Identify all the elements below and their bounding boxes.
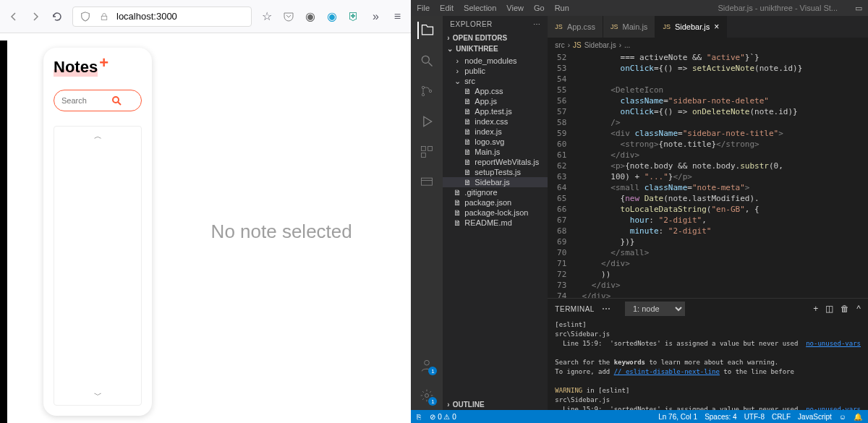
bookmark-icon[interactable]: ☆ xyxy=(260,10,273,23)
tree-item[interactable]: 🗎App.css xyxy=(443,86,548,96)
tree-item[interactable]: 🗎logo.svg xyxy=(443,137,548,147)
reload-button[interactable] xyxy=(51,10,64,23)
code-content[interactable]: === activeNote && "active"}`} onClick={(… xyxy=(572,52,839,298)
terminal-tab[interactable]: TERMINAL xyxy=(555,305,595,313)
svg-point-5 xyxy=(422,86,425,88)
tree-item[interactable]: 🗎.gitignore xyxy=(443,187,548,197)
back-button[interactable] xyxy=(7,10,20,23)
statusbar: ⎘ ⊘ 0 ⚠ 0 Ln 76, Col 1 Spaces: 4 UTF-8 C… xyxy=(411,410,868,423)
menu-selection[interactable]: Selection xyxy=(464,4,496,12)
svg-rect-0 xyxy=(101,16,107,20)
tree-item[interactable]: ⌄src xyxy=(443,76,548,86)
debug-tab-icon[interactable] xyxy=(418,113,435,130)
pocket-icon[interactable] xyxy=(282,10,295,23)
notes-list[interactable]: ︿ ﹀ xyxy=(54,126,142,406)
menubar: File Edit Selection View Go Run Sidebar.… xyxy=(411,0,868,16)
tree-item[interactable]: 🗎package.json xyxy=(443,197,548,208)
terminal-select[interactable]: 1: node xyxy=(625,302,685,316)
activity-bar: 1 1 xyxy=(411,16,443,410)
window-title: Sidebar.js - unikthree - Visual St... xyxy=(718,4,838,12)
layout-icon[interactable]: ▭ xyxy=(855,4,862,13)
sb-ln[interactable]: Ln 76, Col 1 xyxy=(658,413,697,421)
svg-point-3 xyxy=(422,56,430,63)
tree-item[interactable]: 🗎package-lock.json xyxy=(443,208,548,218)
tree-item[interactable]: 🗎App.js xyxy=(443,96,548,106)
menu-view[interactable]: View xyxy=(506,4,524,12)
remote-indicator[interactable]: ⎘ xyxy=(417,413,421,421)
search-box[interactable] xyxy=(54,90,142,111)
sb-enc[interactable]: UTF-8 xyxy=(744,413,765,421)
git-tab-icon[interactable] xyxy=(418,82,435,100)
sb-branch[interactable]: ⊘ 0 ⚠ 0 xyxy=(430,413,456,421)
url-text: localhost:3000 xyxy=(116,11,177,22)
terminal-maximize-icon[interactable]: ^ xyxy=(856,304,861,314)
terminal-kill-icon[interactable]: 🗑 xyxy=(841,304,849,314)
overflow-icon[interactable]: » xyxy=(369,10,382,23)
search-input[interactable] xyxy=(61,96,105,105)
tree-item[interactable]: 🗎Sidebar.js xyxy=(443,177,548,187)
browser-toolbar: localhost:3000 ☆ ◉ ◉ ⛨ » ≡ xyxy=(0,0,411,33)
tree-item[interactable]: 🗎index.js xyxy=(443,127,548,137)
tree-item[interactable]: 🗎App.test.js xyxy=(443,106,548,116)
breadcrumb[interactable]: src› JSSidebar.js› ... xyxy=(548,38,868,52)
settings-icon[interactable]: 1 xyxy=(418,387,435,404)
line-gutter: 52 53 54 55 56 57 58 59 60 61 62 63 64 6… xyxy=(548,52,572,298)
menu-icon[interactable]: ≡ xyxy=(391,10,404,23)
ext1-icon[interactable]: ◉ xyxy=(304,10,317,23)
code-editor[interactable]: 52 53 54 55 56 57 58 59 60 61 62 63 64 6… xyxy=(548,52,868,298)
minimap[interactable] xyxy=(839,52,868,298)
url-bar[interactable]: localhost:3000 xyxy=(72,7,252,27)
terminal-new-icon[interactable]: + xyxy=(813,304,818,314)
ext3-icon[interactable]: ⛨ xyxy=(347,10,360,23)
tree-item[interactable]: 🗎index.css xyxy=(443,116,548,127)
extensions-tab-icon[interactable] xyxy=(418,143,435,161)
sb-eol[interactable]: CRLF xyxy=(772,413,791,421)
editor-tab[interactable]: JSSidebar.js× xyxy=(655,16,727,38)
add-note-button[interactable]: + xyxy=(99,58,109,68)
editor-tab[interactable]: JSMain.js xyxy=(603,16,655,38)
svg-point-13 xyxy=(425,360,430,365)
ext2-icon[interactable]: ◉ xyxy=(326,10,339,23)
close-icon[interactable]: × xyxy=(714,22,719,32)
tree-item[interactable]: 🗎Main.js xyxy=(443,147,548,157)
more-icon[interactable]: ⋯ xyxy=(533,20,541,28)
svg-point-6 xyxy=(422,93,425,95)
tree-item[interactable]: 🗎setupTests.js xyxy=(443,167,548,177)
project-section[interactable]: ⌄UNIKTHREE xyxy=(443,43,548,54)
svg-point-7 xyxy=(430,90,432,92)
scroll-down-icon[interactable]: ﹀ xyxy=(94,390,102,401)
no-note-message: No note selected xyxy=(152,48,411,416)
notes-app: Notes + ︿ ﹀ No note selected xyxy=(7,40,411,423)
scroll-up-icon[interactable]: ︿ xyxy=(94,131,102,142)
account-icon[interactable]: 1 xyxy=(418,356,435,374)
svg-rect-10 xyxy=(422,153,426,158)
svg-point-1 xyxy=(113,97,119,103)
open-editors-section[interactable]: ›OPEN EDITORS xyxy=(443,33,548,43)
editor-tab[interactable]: JSApp.css xyxy=(548,16,603,38)
explorer-panel: EXPLORER ⋯ ›OPEN EDITORS ⌄UNIKTHREE ›nod… xyxy=(443,16,548,410)
terminal-more-icon[interactable]: ⋯ xyxy=(602,304,610,314)
explorer-title: EXPLORER xyxy=(450,20,492,28)
sb-feedback-icon[interactable]: ☺ xyxy=(839,413,846,421)
menu-go[interactable]: Go xyxy=(534,4,545,12)
terminal-output[interactable]: [eslint] src\Sidebar.js Line 15:9: 'sort… xyxy=(548,319,868,410)
tree-item[interactable]: ›node_modules xyxy=(443,56,548,66)
outline-section[interactable]: ›OUTLINE xyxy=(443,399,548,410)
forward-button[interactable] xyxy=(29,10,42,23)
sb-lang[interactable]: JavaScript xyxy=(798,413,832,421)
menu-file[interactable]: File xyxy=(417,4,430,12)
remote-tab-icon[interactable] xyxy=(418,174,435,191)
terminal-panel: TERMINAL ⋯ 1: node + ◫ 🗑 ^ [eslint] src\… xyxy=(548,298,868,410)
explorer-tab-icon[interactable] xyxy=(417,22,435,39)
menu-run[interactable]: Run xyxy=(555,4,569,12)
search-icon xyxy=(111,95,122,106)
notes-title-text: Notes xyxy=(54,58,98,77)
sb-bell-icon[interactable]: 🔔 xyxy=(854,413,862,421)
sb-spaces[interactable]: Spaces: 4 xyxy=(705,413,736,421)
search-tab-icon[interactable] xyxy=(418,52,435,69)
tree-item[interactable]: ›public xyxy=(443,66,548,76)
menu-edit[interactable]: Edit xyxy=(440,4,454,12)
terminal-split-icon[interactable]: ◫ xyxy=(825,304,833,314)
tree-item[interactable]: 🗎reportWebVitals.js xyxy=(443,157,548,167)
tree-item[interactable]: 🗎README.md xyxy=(443,218,548,228)
